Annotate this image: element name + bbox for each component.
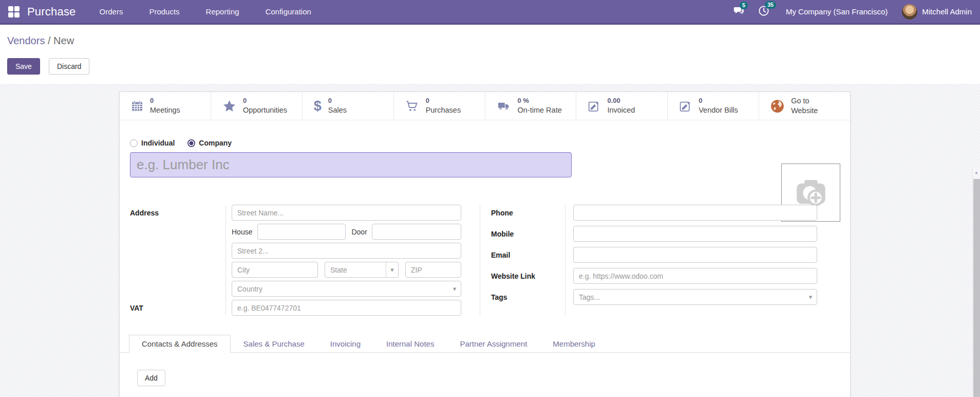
stat-label: Vendor Bills	[699, 105, 738, 115]
stat-button-go-to-website[interactable]: Go toWebsite	[759, 92, 850, 120]
stat-value: 0.00	[607, 97, 635, 105]
avatar	[902, 4, 917, 20]
edit-square-icon	[588, 100, 600, 113]
tab-contacts-addresses[interactable]: Contacts & Addresses	[129, 335, 231, 353]
navbar-right: 5 35 My Company (San Francisco) Mitchell…	[733, 4, 972, 20]
user-menu[interactable]: Mitchell Admin	[902, 4, 972, 20]
address-group: Address House Door	[130, 205, 461, 316]
tags-label: Tags	[491, 293, 565, 301]
stat-label: On-time Rate	[518, 105, 562, 115]
tab-membership[interactable]: Membership	[540, 335, 608, 353]
stat-label: Sales	[328, 105, 347, 115]
country-select[interactable]	[232, 281, 461, 297]
stat-button-opportunities[interactable]: 0Opportunities	[211, 92, 303, 120]
tab-sales-purchase[interactable]: Sales & Purchase	[231, 335, 317, 353]
state-select[interactable]	[325, 262, 399, 278]
scroll-up-arrow-icon[interactable]: ▲	[973, 170, 980, 175]
stat-value: 0	[426, 97, 461, 105]
stat-button-purchases[interactable]: 0Purchases	[394, 92, 485, 120]
stat-label: Opportunities	[243, 105, 287, 115]
house-label: House	[232, 228, 252, 236]
dollar-icon: $	[314, 99, 322, 113]
website-link-label: Website Link	[491, 272, 565, 280]
city-input[interactable]	[232, 262, 318, 278]
tab-internal-notes[interactable]: Internal Notes	[373, 335, 447, 353]
tab-content: Add	[120, 353, 850, 386]
company-label: Company	[199, 139, 232, 147]
stat-label: Website	[791, 106, 818, 116]
radio-individual[interactable]: Individual	[130, 139, 175, 147]
tags-select[interactable]	[573, 289, 817, 305]
app-name[interactable]: Purchase	[27, 5, 76, 19]
company-radio[interactable]	[187, 139, 195, 147]
main-menus: Orders Products Reporting Configuration	[100, 7, 311, 16]
breadcrumb-current: New	[53, 35, 74, 46]
stat-button-ontime-rate[interactable]: 0 %On-time Rate	[485, 92, 577, 120]
star-icon	[222, 99, 236, 113]
stat-button-invoiced[interactable]: 0.00Invoiced	[576, 92, 668, 120]
form-action-buttons: Save Discard	[7, 58, 89, 75]
menu-reporting[interactable]: Reporting	[206, 7, 239, 16]
vat-input[interactable]	[232, 300, 461, 316]
tab-partner-assignment[interactable]: Partner Assignment	[447, 335, 540, 353]
breadcrumb-separator: /	[48, 35, 51, 46]
messages-button[interactable]: 5	[733, 6, 745, 18]
stat-value: Go to	[791, 96, 818, 106]
stat-label: Meetings	[150, 105, 180, 115]
company-switcher[interactable]: My Company (San Francisco)	[786, 7, 888, 16]
house-input[interactable]	[257, 224, 346, 240]
cart-icon	[405, 100, 419, 113]
field-groups: Address House Door	[130, 205, 840, 316]
vertical-scrollbar[interactable]: ▲	[972, 168, 980, 397]
stat-button-row: 0Meetings 0Opportunities $ 0Sales 0Purch…	[120, 92, 850, 120]
label-column-rule	[225, 206, 226, 315]
top-navbar: Purchase Orders Products Reporting Confi…	[0, 0, 980, 25]
scrollbar-thumb[interactable]	[973, 179, 980, 397]
stat-label: Invoiced	[607, 105, 635, 115]
house-door-row: House Door	[232, 224, 461, 240]
add-contact-button[interactable]: Add	[137, 370, 165, 386]
activities-count-badge: 35	[765, 1, 776, 9]
form-sheet: 0Meetings 0Opportunities $ 0Sales 0Purch…	[119, 92, 851, 397]
company-name-input[interactable]	[130, 152, 572, 177]
activities-button[interactable]: 35	[758, 5, 769, 18]
email-label: Email	[491, 251, 565, 259]
mobile-label: Mobile	[491, 230, 565, 238]
apps-grid-icon[interactable]	[8, 6, 20, 17]
truck-icon	[497, 100, 511, 112]
menu-products[interactable]: Products	[149, 7, 179, 16]
website-input[interactable]	[573, 268, 817, 284]
stat-button-meetings[interactable]: 0Meetings	[120, 92, 211, 120]
notebook-tabbar: Contacts & Addresses Sales & Purchase In…	[120, 335, 850, 353]
control-panel: Vendors / New Save Discard	[0, 25, 980, 84]
stat-button-vendor-bills[interactable]: 0Vendor Bills	[668, 92, 759, 120]
user-name: Mitchell Admin	[922, 7, 972, 16]
stat-value: 0	[699, 97, 738, 105]
contact-group: Phone Mobile Email Website Link Tags ▾	[491, 205, 817, 316]
menu-configuration[interactable]: Configuration	[266, 7, 311, 16]
email-input[interactable]	[573, 247, 817, 263]
stat-button-sales[interactable]: $ 0Sales	[303, 92, 394, 120]
city-state-zip-row: ▾	[232, 262, 461, 278]
door-input[interactable]	[372, 224, 461, 240]
form-fields: Individual Company Address	[120, 120, 850, 316]
breadcrumb-vendors-link[interactable]: Vendors	[7, 35, 45, 46]
phone-input[interactable]	[573, 205, 817, 221]
zip-input[interactable]	[405, 262, 461, 278]
globe-icon	[770, 99, 784, 113]
phone-label: Phone	[491, 209, 565, 217]
individual-radio[interactable]	[130, 139, 138, 147]
tab-invoicing[interactable]: Invoicing	[317, 335, 373, 353]
discard-button[interactable]: Discard	[49, 58, 89, 75]
mobile-input[interactable]	[573, 226, 817, 242]
menu-orders[interactable]: Orders	[100, 7, 123, 16]
radio-company[interactable]: Company	[187, 139, 232, 147]
street2-input[interactable]	[232, 243, 461, 259]
messages-count-badge: 5	[740, 2, 748, 9]
vat-label: VAT	[130, 304, 225, 312]
calendar-icon	[131, 100, 143, 112]
label-column-rule	[565, 206, 566, 315]
save-button[interactable]: Save	[7, 58, 40, 75]
street-input[interactable]	[232, 205, 461, 221]
edit-square-icon	[679, 100, 692, 113]
